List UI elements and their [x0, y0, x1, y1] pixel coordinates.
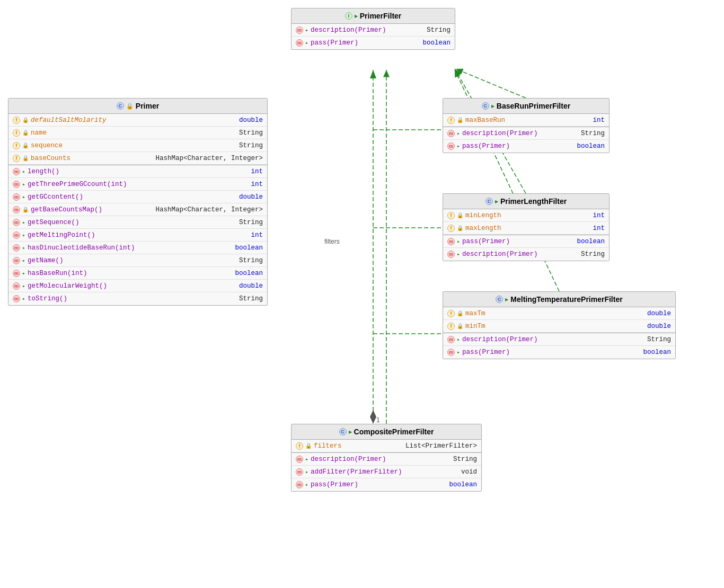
green-icon: ▸ — [305, 27, 308, 33]
lock-icon: 🔒 — [22, 142, 29, 149]
primer-method-getMolecularWeight: m ▸ getMolecularWeight() double — [8, 280, 267, 292]
field-type: double — [647, 323, 671, 330]
primer-title: Primer — [136, 102, 159, 110]
green-icon: ▸ — [305, 482, 308, 488]
method-type: boolean — [235, 244, 263, 252]
composite-method-description: m ▸ description(Primer) String — [292, 453, 481, 466]
method-badge-m: m — [296, 468, 303, 476]
method-name: getSequence() — [28, 219, 237, 226]
green-icon: ▸ — [22, 245, 25, 251]
method-name: pass(Primer) — [462, 238, 575, 245]
primer-method-hasBaseRun: m ▸ hasBaseRun(int) boolean — [8, 267, 267, 280]
method-type: HashMap<Character, Integer> — [155, 206, 263, 213]
method-type: double — [239, 193, 263, 201]
method-badge-m: m — [296, 26, 303, 34]
svg-marker-6 — [370, 410, 376, 424]
method-type: String — [647, 336, 671, 343]
method-name: hasBaseRun(int) — [28, 270, 233, 277]
meltingtemp-field-maxTm: f 🔒 maxTm double — [443, 307, 675, 320]
green-icon: ▸ — [22, 219, 25, 226]
primer-lock-icon: 🔒 — [126, 103, 134, 110]
lock-icon: 🔒 — [22, 130, 29, 136]
green-icon: ▸ — [22, 270, 25, 277]
method-type: String — [239, 295, 263, 302]
method-badge-m: m — [296, 39, 303, 47]
method-type: String — [239, 257, 263, 264]
method-type: String — [581, 251, 605, 258]
lock-icon: 🔒 — [22, 155, 29, 162]
green-icon: ▸ — [305, 469, 308, 475]
green-icon: ▸ — [457, 143, 460, 149]
class-badge-c: C — [496, 296, 503, 303]
primerlengthfilter-header: C ▸ PrimerLengthFilter — [443, 194, 609, 209]
method-name: pass(Primer) — [311, 39, 420, 47]
primer-header: C 🔒 Primer — [8, 99, 267, 114]
field-type: HashMap<Character, Integer> — [155, 155, 263, 162]
method-name: hasDinucleotideBaseRun(int) — [28, 244, 233, 252]
method-name: description(Primer) — [311, 456, 451, 463]
method-badge-m: m — [447, 349, 455, 356]
length-method-description: m ▸ description(Primer) String — [443, 248, 609, 261]
method-badge-m: m — [13, 219, 20, 226]
field-type: String — [239, 142, 263, 149]
lock-icon: 🔒 — [457, 323, 463, 329]
svg-marker-5 — [370, 70, 376, 78]
green-icon: ▸ — [457, 251, 460, 257]
length-method-pass: m ▸ pass(Primer) boolean — [443, 235, 609, 248]
baserun-method-pass: m ▸ pass(Primer) boolean — [443, 140, 609, 153]
method-badge-m: m — [13, 270, 20, 277]
length-field-minLength: f 🔒 minLength int — [443, 209, 609, 222]
class-badge-c: C — [482, 102, 489, 110]
primer-class: C 🔒 Primer f 🔒 defaultSaltMolarity doubl… — [8, 98, 268, 306]
green-icon: ▸ — [22, 194, 25, 200]
interface-badge-i: I — [345, 12, 352, 20]
field-badge-f: f — [13, 117, 20, 124]
baserunprimerfilter-title: BaseRunPrimerFilter — [497, 102, 570, 110]
method-badge-m: m — [13, 295, 20, 302]
method-type: boolean — [577, 142, 605, 150]
field-name: baseCounts — [31, 155, 153, 162]
method-name: getMolecularWeight() — [28, 282, 237, 290]
primerfilter-method-description: m ▸ description(Primer) String — [292, 24, 455, 37]
lock-icon: 🔒 — [22, 207, 29, 213]
method-type: boolean — [449, 481, 477, 488]
composite-method-pass: m ▸ pass(Primer) boolean — [292, 478, 481, 491]
method-badge-m: m — [447, 142, 455, 150]
method-badge-m: m — [13, 181, 20, 188]
method-badge-m: m — [13, 257, 20, 264]
class-badge-c: C — [485, 198, 493, 205]
lock-icon: 🔒 — [457, 117, 463, 123]
method-name: pass(Primer) — [462, 349, 641, 356]
field-type: double — [239, 117, 263, 124]
method-badge-m: m — [13, 231, 20, 239]
method-name: getBaseCountsMap() — [31, 206, 153, 213]
green-icon: ▸ — [457, 130, 460, 137]
field-name: defaultSaltMolarity — [31, 117, 237, 124]
method-name: addFilter(PrimerFilter) — [311, 468, 459, 476]
method-badge-m: m — [13, 206, 20, 213]
method-badge-m: m — [296, 456, 303, 463]
method-badge-m: m — [13, 193, 20, 201]
green-icon: ▸ — [22, 257, 25, 264]
primer-method-getName: m ▸ getName() String — [8, 254, 267, 267]
method-type: double — [239, 282, 263, 290]
primer-method-getGCcontent: m ▸ getGCcontent() double — [8, 191, 267, 203]
method-name: length() — [28, 168, 249, 175]
method-badge-m: m — [447, 238, 455, 245]
meltingtemp-field-minTm: f 🔒 minTm double — [443, 320, 675, 333]
field-badge-f: f — [296, 442, 303, 450]
meltingtemp-method-description: m ▸ description(Primer) String — [443, 333, 675, 346]
compositeprimerfilter-class: C ▸ CompositePrimerFilter f 🔒 filters Li… — [291, 424, 482, 492]
meltingtemp-method-pass: m ▸ pass(Primer) boolean — [443, 346, 675, 359]
class-lock-icon: ▸ — [349, 429, 352, 435]
field-type: double — [647, 310, 671, 317]
green-icon: ▸ — [22, 283, 25, 289]
field-badge-f: f — [13, 155, 20, 162]
primerfilter-title: PrimerFilter — [360, 12, 402, 20]
green-icon: ▸ — [22, 168, 25, 175]
field-badge-f: f — [447, 225, 455, 232]
diagram-container: filters 1 C 🔒 Primer f 🔒 defaultSaltMola… — [0, 0, 724, 588]
primerlengthfilter-class: C ▸ PrimerLengthFilter f 🔒 minLength int… — [443, 193, 610, 261]
green-icon: ▸ — [305, 40, 308, 46]
method-name: pass(Primer) — [462, 142, 575, 150]
